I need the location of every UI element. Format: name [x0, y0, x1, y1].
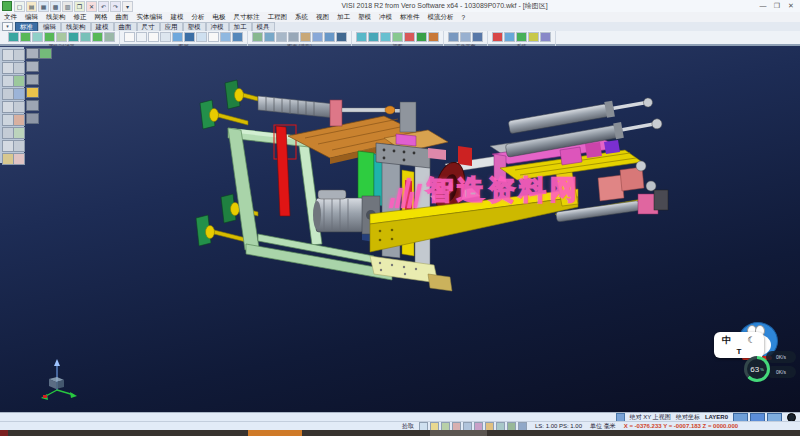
tab-overflow-button[interactable]: ▾ — [2, 22, 13, 31]
ribbon-tab[interactable]: 建模 — [91, 22, 114, 31]
zoom-extents-icon[interactable] — [26, 61, 39, 72]
box-select-icon[interactable] — [13, 49, 25, 61]
workplane-set-icon[interactable] — [448, 32, 459, 42]
ribbon-tab[interactable]: 标准 — [15, 22, 38, 31]
select-all-icon[interactable] — [324, 32, 335, 42]
menu-item[interactable]: 建模 — [167, 13, 188, 22]
new-file-icon[interactable]: ▢ — [14, 1, 25, 12]
extend-tool-icon[interactable] — [13, 114, 25, 126]
layer-off-icon[interactable] — [160, 32, 171, 42]
view-list-icon[interactable] — [428, 32, 439, 42]
select-chain-icon[interactable] — [264, 32, 275, 42]
minimize-button[interactable]: — — [756, 2, 770, 10]
menu-item[interactable]: 加工 — [333, 13, 354, 22]
hidden-line-icon[interactable] — [26, 113, 39, 124]
menu-item[interactable]: 塑模 — [354, 13, 375, 22]
zoom-window-icon[interactable] — [368, 32, 379, 42]
menu-item[interactable]: 网格 — [91, 13, 112, 22]
zoom-all-icon[interactable] — [356, 32, 367, 42]
shaded-mode-icon[interactable] — [26, 87, 39, 98]
delete-icon[interactable]: ✕ — [86, 1, 97, 12]
zoom-in-icon[interactable] — [26, 74, 39, 85]
layer-copy-icon[interactable] — [220, 32, 231, 42]
ribbon-tab[interactable]: 曲面 — [114, 22, 137, 31]
menu-item[interactable]: 模流分析 — [424, 13, 458, 22]
menu-item[interactable]: 曲面 — [112, 13, 133, 22]
menu-item[interactable]: 文件 — [0, 13, 21, 22]
workplane-reset-icon[interactable] — [472, 32, 483, 42]
ribbon-tab[interactable]: 应用 — [160, 22, 183, 31]
filter-reset-icon[interactable] — [104, 32, 115, 42]
taskbar-app-segment[interactable] — [430, 430, 487, 436]
menu-item[interactable]: 尺寸标注 — [230, 13, 264, 22]
wireframe-mode-icon[interactable] — [26, 100, 39, 111]
customize-icon[interactable]: ▾ — [122, 1, 133, 12]
delete-tool-icon[interactable] — [13, 153, 25, 165]
taskbar-active-app-segment[interactable] — [248, 430, 302, 436]
active-layer-label[interactable]: LAYER0 — [705, 414, 728, 420]
layer-move-icon[interactable] — [208, 32, 219, 42]
menu-item[interactable]: 实体编辑 — [133, 13, 167, 22]
calculator-icon[interactable] — [504, 32, 515, 42]
filter-element-icon[interactable] — [44, 32, 55, 42]
menu-item[interactable]: 工程图 — [264, 13, 292, 22]
menu-item[interactable]: 线架构 — [42, 13, 70, 22]
open-file-icon[interactable]: ▤ — [26, 1, 37, 12]
workplane-align-icon[interactable] — [460, 32, 471, 42]
save-all-icon[interactable]: ▩ — [50, 1, 61, 12]
rotate-tool-icon[interactable] — [13, 140, 25, 152]
taskbar[interactable] — [0, 430, 800, 436]
layer-freeze-icon[interactable] — [196, 32, 207, 42]
layer-on-icon[interactable] — [148, 32, 159, 42]
menu-item[interactable]: 电极 — [209, 13, 230, 22]
menu-item[interactable]: 冲模 — [375, 13, 396, 22]
save-icon[interactable]: ▦ — [38, 1, 49, 12]
close-button[interactable]: ✕ — [784, 2, 798, 10]
layer-attr-icon[interactable] — [32, 32, 43, 42]
ribbon-tab[interactable]: 尺寸 — [137, 22, 160, 31]
menu-item[interactable]: 视图 — [312, 13, 333, 22]
menu-item[interactable]: 分析 — [188, 13, 209, 22]
grid-toggle-icon[interactable] — [528, 32, 539, 42]
layer-current-icon[interactable] — [172, 32, 183, 42]
ribbon-tab[interactable]: 线架构 — [61, 22, 91, 31]
help-icon[interactable] — [540, 32, 551, 42]
select-layer-icon[interactable] — [312, 32, 323, 42]
view-cube-icon[interactable] — [26, 48, 39, 59]
ribbon-tab[interactable]: 冲模 — [206, 22, 229, 31]
text-tool-icon[interactable]: T — [737, 347, 742, 356]
filter-type-icon[interactable] — [80, 32, 91, 42]
select-color-icon[interactable] — [300, 32, 311, 42]
layer-list-icon[interactable] — [136, 32, 147, 42]
copy-icon[interactable]: ❐ — [74, 1, 85, 12]
ribbon-tab[interactable]: 模具 — [252, 22, 275, 31]
chamfer-tool-icon[interactable] — [13, 101, 25, 113]
filter-layer-icon[interactable] — [68, 32, 79, 42]
point-tool-icon[interactable] — [13, 75, 25, 87]
ime-overlay[interactable]: 中 ☾ T — [714, 332, 764, 358]
layer-manager-icon[interactable] — [232, 32, 243, 42]
select-poly-icon[interactable] — [288, 32, 299, 42]
undo-icon[interactable]: ↶ — [98, 1, 109, 12]
rotate-view-icon[interactable] — [404, 32, 415, 42]
shade-view-icon[interactable] — [416, 32, 427, 42]
menu-item[interactable]: 编辑 — [21, 13, 42, 22]
viewport-3d[interactable]: 智造资料网 中 ☾ T 63% 0K/s 0K/s — [0, 46, 800, 412]
info-icon[interactable] — [516, 32, 527, 42]
menu-item[interactable]: 修正 — [70, 13, 91, 22]
ribbon-tab[interactable]: 加工 — [229, 22, 252, 31]
ime-language-indicator[interactable]: 中 — [722, 334, 731, 347]
print-icon[interactable]: ▥ — [62, 1, 73, 12]
maximize-button[interactable]: ❐ — [770, 2, 784, 10]
ribbon-tab[interactable]: 塑模 — [183, 22, 206, 31]
circle-tool-icon[interactable] — [13, 62, 25, 74]
layer-lock-icon[interactable] — [184, 32, 195, 42]
menu-item[interactable]: ? — [458, 14, 470, 21]
menu-item[interactable]: 系统 — [291, 13, 312, 22]
ribbon-tab[interactable]: 编辑 — [38, 22, 61, 31]
filter-all-icon[interactable] — [92, 32, 103, 42]
color-attr-icon[interactable] — [8, 32, 19, 42]
polyline-tool-icon[interactable] — [13, 88, 25, 100]
linetype-attr-icon[interactable] — [20, 32, 31, 42]
settings-icon[interactable] — [492, 32, 503, 42]
